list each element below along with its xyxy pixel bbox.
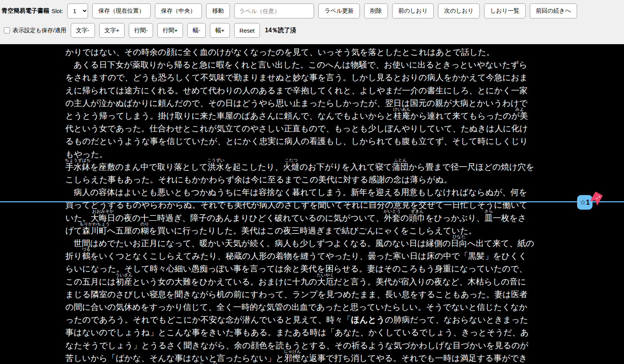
font-larger-button[interactable]: 文字+: [99, 23, 125, 38]
save-display-settings-label: 表示設定も保存/適用: [13, 27, 67, 34]
app-title: 青空簡易電子書籍: [2, 7, 49, 15]
ruby-word: 火燵こたつ: [283, 162, 300, 172]
save-display-settings-checkbox[interactable]: [4, 27, 10, 33]
ruby-annotation: づる: [82, 247, 91, 251]
ruby-word: 桂庵けいあん: [394, 111, 410, 121]
line-spacing-larger-button[interactable]: 行間+: [157, 23, 183, 38]
slot-select[interactable]: 1: [67, 3, 88, 18]
ruby-word: 糊のり: [141, 226, 149, 235]
width-smaller-button[interactable]: 幅-: [187, 23, 206, 38]
ruby-annotation: さら: [484, 209, 493, 213]
ruby-annotation: たいやく: [317, 273, 334, 277]
prev-bookmark-button[interactable]: 前のしおり: [392, 3, 434, 18]
ruby-word: 蒲団ふとん: [392, 162, 409, 172]
paragraph: 手水鉢ちょうずばちを座敷のまん中で取り落として洪水こうずいを起こしたり、火燵こた…: [65, 161, 534, 186]
reader-content: かりではない、その時余の顔に全く血のけがなくなったのを見て、いっそう気を落とした…: [0, 44, 624, 364]
ruby-annotation: もりかわちょう: [80, 222, 110, 226]
ruby-word: 皿さら: [484, 213, 493, 223]
toolbar-row-1: 青空簡易電子書籍 Slot: 1 保存（現在位置） 保存（中央） 移動 ラベル更…: [2, 3, 624, 18]
cutoff-ruby-text: ふ ろ: [199, 360, 220, 364]
ruby-word: 洪水こうずい: [208, 162, 224, 172]
ruby-annotation: ひなた: [453, 235, 466, 239]
slot-label: Slot:: [52, 8, 63, 14]
ruby-annotation: ういざん: [115, 273, 133, 277]
ruby-annotation: ふとん: [394, 158, 407, 162]
ruby-word: 頭巾ずきん: [409, 213, 426, 223]
ruby-annotation: けいあん: [393, 107, 411, 111]
reset-button[interactable]: Reset: [234, 23, 260, 38]
ruby-word: 森川町もりかわちょう: [82, 226, 107, 235]
label-update-button[interactable]: ラベル更新: [318, 3, 360, 18]
ruby-word: 手水鉢ちょうずばち: [65, 162, 90, 172]
ruby-word: 鶴づる: [82, 251, 91, 261]
ruby-annotation: ずきん: [411, 209, 424, 213]
width-larger-button[interactable]: 幅+: [210, 23, 230, 38]
ruby-annotation: がいとう: [384, 209, 401, 213]
ruby-word: 大厄たいやく: [317, 277, 334, 286]
toolbar-row-2: 表示設定も保存/適用 文字- 文字+ 行間- 行間+ 幅- 幅+ Reset 1…: [4, 23, 624, 38]
progress-text: 14％読了済: [265, 26, 296, 35]
label-input[interactable]: [234, 3, 314, 18]
line-spacing-smaller-button[interactable]: 行間-: [129, 23, 153, 38]
ruby-annotation: こうずい: [207, 158, 225, 162]
book-text: かりではない、その時余の顔に全く血のけがなくなったのを見て、いっそう気を落とした…: [65, 44, 534, 364]
ruby-annotation: おおみそか: [92, 209, 114, 213]
bookmark-line: [0, 201, 624, 202]
move-button[interactable]: 移動: [206, 3, 230, 18]
save-current-position-button[interactable]: 保存（現在位置）: [92, 3, 151, 18]
ruby-word: 外套がいとう: [384, 213, 401, 223]
ruby-annotation: こたつ: [285, 158, 298, 162]
paragraph: 世間はめでたいお正月になって、暖かい天気が続く。病人も少しずつよくなる。風のない…: [65, 237, 534, 364]
next-bookmark-button[interactable]: 次のしおり: [438, 3, 479, 18]
ruby-annotation: のり: [140, 222, 149, 226]
ruby-word: 初産ういざん: [116, 277, 132, 286]
paragraph: あくる日下女が薬取りから帰ると急に暇をくれと言い出した。このへんは物騒で、お使い…: [65, 59, 534, 161]
delete-button[interactable]: 削除: [364, 3, 388, 18]
save-center-button[interactable]: 保存（中央）: [155, 3, 202, 18]
bookmark-list-button[interactable]: しおり一覧: [484, 3, 526, 18]
font-smaller-button[interactable]: 文字-: [71, 23, 95, 38]
ruby-word: 邪慳じゃけん: [284, 354, 301, 363]
paragraph: 病人の容体はよいとも悪いともつかぬうちに年は容捨なく暮れてしまう。新年を迎える用…: [65, 186, 534, 237]
ruby-word: 日向ひなた: [451, 239, 468, 248]
ruby-annotation: じゃけん: [284, 349, 301, 354]
toolbar: 青空簡易電子書籍 Slot: 1 保存（現在位置） 保存（中央） 移動 ラベル更…: [0, 0, 624, 44]
bookmark-badge-label: ☆1: [580, 198, 590, 207]
paragraph: かりではない、その時余の顔に全く血のけがなくなったのを見て、いっそう気を落とした…: [65, 46, 534, 59]
ruby-annotation: ちょうずばち: [65, 158, 91, 162]
bookmark-badge[interactable]: ☆1: [577, 195, 592, 210]
resume-last-position-button[interactable]: 前回の続きへ: [530, 3, 577, 18]
ruby-annotation: みよ: [515, 107, 524, 111]
